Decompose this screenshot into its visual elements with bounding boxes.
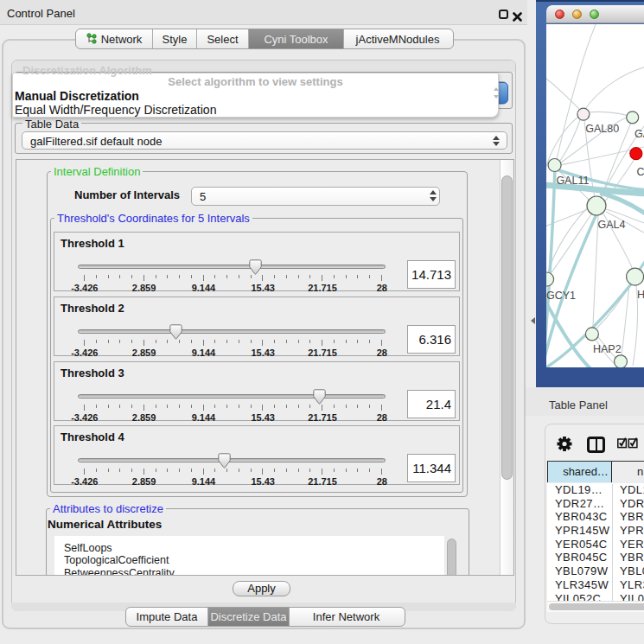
svg-text:GAL80: GAL80 bbox=[585, 123, 619, 135]
svg-text:GAL4: GAL4 bbox=[598, 219, 626, 231]
svg-text:C: C bbox=[637, 166, 644, 178]
svg-text:GCY1: GCY1 bbox=[546, 290, 576, 302]
svg-text:GA: GA bbox=[634, 128, 644, 140]
svg-text:HAP2: HAP2 bbox=[593, 343, 622, 355]
svg-text:H: H bbox=[637, 289, 644, 301]
svg-text:GAL11: GAL11 bbox=[556, 175, 589, 187]
